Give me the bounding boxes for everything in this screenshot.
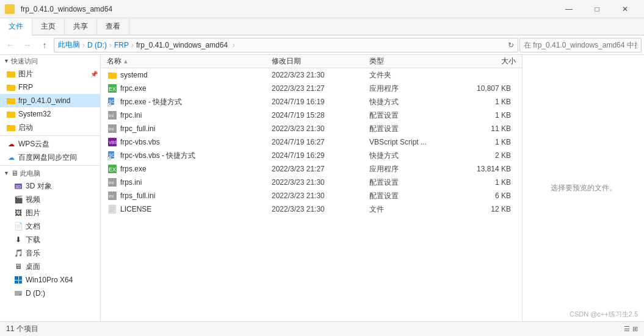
table-row[interactable]: SC↗ frpc-vbs.vbs - 快捷方式 2024/7/19 16:29 … bbox=[101, 149, 522, 162]
table-row[interactable]: ini frps_full.ini 2022/3/23 21:30 配置设置 6… bbox=[101, 189, 522, 202]
close-button[interactable]: ✕ bbox=[611, 0, 639, 18]
table-row[interactable]: VBS frpc-vbs.vbs 2024/7/19 16:27 VBScrip… bbox=[101, 135, 522, 149]
sidebar-divider1 bbox=[0, 135, 100, 136]
file-type-label: 文件夹 bbox=[369, 70, 455, 80]
table-row[interactable]: ini frpc_full.ini 2022/3/23 21:30 配置设置 1… bbox=[101, 122, 522, 135]
col-header-size[interactable]: 大小 bbox=[455, 56, 516, 66]
svg-rect-13 bbox=[7, 126, 15, 131]
up-button[interactable]: ↑ bbox=[37, 38, 52, 52]
breadcrumb-frp: FRP bbox=[114, 41, 129, 49]
address-box[interactable]: 此电脑 › D (D:) › FRP › frp_0.41.0_windows_… bbox=[54, 38, 518, 52]
folder-icon-frp041 bbox=[6, 96, 16, 105]
file-name: frpc.exe bbox=[120, 84, 272, 93]
view-icon-detail[interactable]: ⊞ bbox=[632, 325, 638, 333]
file-size: 1 KB bbox=[455, 138, 516, 146]
address-chevron: › bbox=[233, 41, 235, 49]
back-button[interactable]: ← bbox=[2, 38, 18, 52]
address-refresh[interactable]: ↻ bbox=[508, 41, 514, 49]
table-row[interactable]: EX frps.exe 2022/3/23 21:27 应用程序 13,814 … bbox=[101, 162, 522, 176]
sidebar-item-wps-cloud[interactable]: ☁ WPS云盘 bbox=[0, 137, 100, 151]
col-header-type[interactable]: 类型 bbox=[369, 56, 455, 66]
sidebar-item-pictures[interactable]: 图片 📌 bbox=[0, 67, 100, 80]
file-type-label: 配置设置 bbox=[369, 110, 455, 121]
sidebar-item-downloads-label: 下载 bbox=[26, 235, 40, 245]
file-type-label: VBScript Script ... bbox=[369, 138, 455, 146]
file-type-icon: EX bbox=[107, 83, 118, 94]
svg-rect-5 bbox=[7, 85, 10, 86]
table-row[interactable]: EX frpc.exe 2022/3/23 21:27 应用程序 10,807 … bbox=[101, 82, 522, 95]
sidebar-item-baidu-cloud[interactable]: ☁ 百度网盘同步空间 bbox=[0, 151, 100, 164]
col-header-name[interactable]: 名称 ▲ bbox=[107, 56, 272, 66]
svg-rect-18 bbox=[19, 276, 22, 280]
forward-button[interactable]: → bbox=[20, 38, 35, 52]
file-type-label: 应用程序 bbox=[369, 164, 455, 174]
column-headers: 名称 ▲ 修改日期 类型 大小 bbox=[101, 55, 522, 68]
file-type-icon: VBS bbox=[107, 137, 118, 148]
sidebar-item-video-label: 视频 bbox=[26, 195, 40, 205]
sidebar-item-pictures-label: 图片 bbox=[18, 69, 33, 79]
folder-icon-frp bbox=[6, 82, 16, 92]
svg-text:EX: EX bbox=[109, 166, 116, 173]
file-type-icon: ini bbox=[107, 110, 118, 121]
file-type-label: 文件 bbox=[369, 204, 455, 215]
sidebar-item-downloads[interactable]: ⬇ 下载 bbox=[0, 233, 100, 246]
svg-text:↗: ↗ bbox=[108, 102, 110, 106]
file-type-icon: ini bbox=[107, 190, 118, 201]
wps-cloud-icon: ☁ bbox=[6, 139, 16, 149]
table-row[interactable]: SC↗ frpc.exe - 快捷方式 2024/7/19 16:19 快捷方式… bbox=[101, 95, 522, 109]
window-controls: — □ ✕ bbox=[555, 0, 639, 18]
3d-icon: 3D bbox=[13, 181, 23, 191]
sidebar-item-desktop[interactable]: 🖥 桌面 bbox=[0, 260, 100, 273]
sidebar-item-3d-label: 3D 对象 bbox=[26, 181, 52, 191]
file-date: 2022/3/23 21:30 bbox=[272, 124, 369, 133]
file-date: 2024/7/19 16:19 bbox=[272, 98, 369, 106]
sidebar-item-system32[interactable]: System32 bbox=[0, 107, 100, 121]
table-row[interactable]: ini frps.ini 2022/3/23 21:30 配置设置 1 KB bbox=[101, 176, 522, 189]
table-row[interactable]: LICENSE 2022/3/23 21:30 文件 12 KB bbox=[101, 202, 522, 216]
file-type-icon: SC↗ bbox=[107, 150, 118, 161]
table-row[interactable]: systemd 2022/3/23 21:30 文件夹 bbox=[101, 68, 522, 82]
sidebar-quick-access-header[interactable]: ▼ 快速访问 bbox=[0, 55, 100, 67]
sidebar-item-d-drive[interactable]: D (D:) bbox=[0, 287, 100, 300]
file-list: systemd 2022/3/23 21:30 文件夹 EX frpc.exe … bbox=[101, 68, 522, 321]
ribbon-tab-file[interactable]: 文件 bbox=[0, 18, 32, 35]
sidebar-item-video[interactable]: 🎬 视频 bbox=[0, 193, 100, 206]
sidebar-item-system32-label: System32 bbox=[18, 110, 51, 118]
main-area: ▼ 快速访问 图片 📌 FRP frp_0.41.0_wind bbox=[0, 55, 644, 321]
quick-access-chevron-icon: ▼ bbox=[4, 58, 9, 64]
minimize-button[interactable]: — bbox=[555, 0, 583, 18]
breadcrumb-sep2: › bbox=[109, 41, 112, 49]
maximize-button[interactable]: □ bbox=[583, 0, 611, 18]
sidebar-item-docs-label: 文档 bbox=[26, 221, 40, 232]
file-name: frps.exe bbox=[120, 165, 272, 173]
preview-pane: 选择要预览的文件。 bbox=[522, 55, 644, 321]
svg-rect-20 bbox=[19, 281, 22, 284]
svg-text:ini: ini bbox=[109, 193, 114, 199]
ribbon-tab-home[interactable]: 主页 bbox=[32, 18, 65, 35]
sidebar-item-startup[interactable]: 启动 bbox=[0, 121, 100, 134]
table-row[interactable]: ini frpc.ini 2024/7/19 15:28 配置设置 1 KB bbox=[101, 109, 522, 122]
view-icon-list[interactable]: ☰ bbox=[624, 325, 630, 333]
sidebar-item-win10[interactable]: Win10Pro X64 bbox=[0, 273, 100, 287]
sort-indicator: ▲ bbox=[123, 58, 129, 65]
file-size: 1 KB bbox=[455, 111, 516, 120]
sidebar-divider2 bbox=[0, 165, 100, 166]
sidebar-item-docs[interactable]: 📄 文档 bbox=[0, 220, 100, 233]
svg-rect-2 bbox=[7, 71, 10, 73]
sidebar-thispc-header[interactable]: ▼ 🖥 此电脑 bbox=[0, 167, 100, 179]
search-input[interactable] bbox=[519, 38, 642, 52]
sidebar-item-music[interactable]: 🎵 音乐 bbox=[0, 246, 100, 260]
sidebar-item-frp[interactable]: FRP bbox=[0, 80, 100, 94]
sidebar-item-3d[interactable]: 3D 3D 对象 bbox=[0, 179, 100, 193]
status-right: ☰ ⊞ bbox=[624, 325, 638, 333]
item-count: 11 个项目 bbox=[6, 324, 38, 334]
svg-rect-4 bbox=[7, 85, 15, 91]
file-name: frps.ini bbox=[120, 178, 272, 187]
ribbon-tab-view[interactable]: 查看 bbox=[97, 18, 129, 35]
sidebar-item-frp041[interactable]: frp_0.41.0_wind bbox=[0, 94, 100, 107]
col-header-date[interactable]: 修改日期 bbox=[272, 56, 369, 66]
svg-rect-8 bbox=[7, 98, 10, 99]
file-size: 1 KB bbox=[455, 98, 516, 106]
ribbon-tab-share[interactable]: 共享 bbox=[65, 18, 97, 35]
sidebar-item-images[interactable]: 🖼 图片 bbox=[0, 206, 100, 220]
